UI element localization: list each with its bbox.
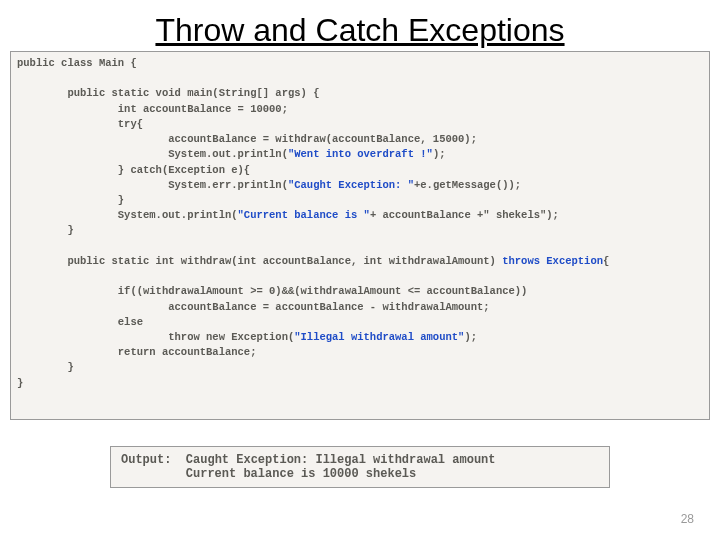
output-line: Current balance is 10000 shekels [186,467,416,481]
code-line: } [17,377,23,389]
code-line: System.out.println( [17,148,288,160]
string-literal: "Went into overdraft !" [288,148,433,160]
code-line: public class Main { [17,57,137,69]
output-line: Caught Exception: Illegal withdrawal amo… [186,453,496,467]
code-line: try{ [17,118,143,130]
code-line: public static void main(String[] args) { [17,87,319,99]
code-line: System.err.println( [17,179,288,191]
code-line: accountBalance = withdraw(accountBalance… [17,133,477,145]
code-line: public static int withdraw(int accountBa… [17,255,502,267]
string-literal: "Current balance is " [238,209,370,221]
code-line: } [17,194,124,206]
output-label: Output: [121,453,171,467]
code-line: throw new Exception( [17,331,294,343]
code-line: ); [433,148,446,160]
code-line: return accountBalance; [17,346,256,358]
code-line: else [17,316,143,328]
string-literal: "Illegal withdrawal amount" [294,331,464,343]
code-line: + accountBalance +" shekels"); [370,209,559,221]
code-line: } [17,361,74,373]
page-number: 28 [681,512,694,526]
code-line: +e.getMessage()); [414,179,521,191]
code-line: { [603,255,609,267]
output-box: Output: Caught Exception: Illegal withdr… [110,446,610,488]
throws-clause: throws Exception [502,255,603,267]
string-literal: "Caught Exception: " [288,179,414,191]
slide-title: Throw and Catch Exceptions [0,12,720,49]
code-line: if((withdrawalAmount >= 0)&&(withdrawalA… [17,285,527,297]
code-line: } [17,224,74,236]
code-block: public class Main { public static void m… [10,51,710,420]
code-line: int accountBalance = 10000; [17,103,288,115]
code-line: accountBalance = accountBalance - withdr… [17,301,490,313]
code-line: } catch(Exception e){ [17,164,250,176]
code-line: ); [464,331,477,343]
code-line: System.out.println( [17,209,238,221]
